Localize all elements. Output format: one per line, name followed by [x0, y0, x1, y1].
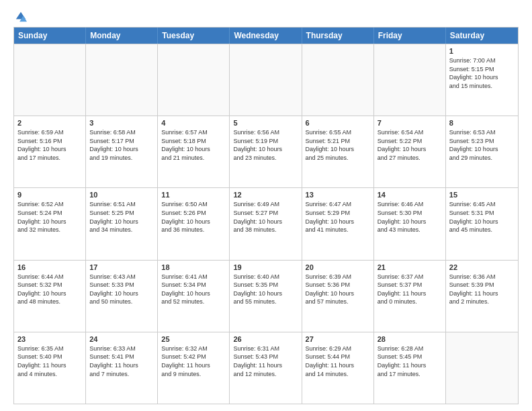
- cell-info: Sunrise: 6:29 AM Sunset: 5:44 PM Dayligh…: [306, 345, 370, 378]
- logo-icon: [15, 11, 27, 23]
- calendar-header: SundayMondayTuesdayWednesdayThursdayFrid…: [14, 28, 518, 44]
- cell-info: Sunrise: 6:41 AM Sunset: 5:34 PM Dayligh…: [161, 273, 226, 306]
- cell-day-number: 2: [17, 119, 82, 127]
- page: SundayMondayTuesdayWednesdayThursdayFrid…: [0, 0, 532, 411]
- cal-cell: 3Sunrise: 6:58 AM Sunset: 5:17 PM Daylig…: [86, 116, 158, 187]
- cell-info: Sunrise: 6:39 AM Sunset: 5:36 PM Dayligh…: [306, 273, 370, 306]
- cell-day-number: 26: [233, 335, 298, 343]
- cell-day-number: 11: [161, 191, 226, 199]
- calendar: SundayMondayTuesdayWednesdayThursdayFrid…: [13, 27, 519, 404]
- cell-info: Sunrise: 6:53 AM Sunset: 5:23 PM Dayligh…: [449, 128, 515, 162]
- cal-cell: 19Sunrise: 6:40 AM Sunset: 5:35 PM Dayli…: [230, 261, 302, 332]
- cell-day-number: 13: [306, 191, 370, 199]
- cell-info: Sunrise: 6:36 AM Sunset: 5:39 PM Dayligh…: [449, 273, 515, 306]
- cell-info: Sunrise: 6:58 AM Sunset: 5:17 PM Dayligh…: [89, 128, 154, 162]
- cell-info: Sunrise: 6:31 AM Sunset: 5:43 PM Dayligh…: [233, 345, 298, 378]
- header-day-friday: Friday: [374, 28, 446, 44]
- header-day-monday: Monday: [86, 28, 158, 44]
- cell-info: Sunrise: 6:47 AM Sunset: 5:29 PM Dayligh…: [306, 200, 370, 234]
- cal-cell: 22Sunrise: 6:36 AM Sunset: 5:39 PM Dayli…: [446, 261, 518, 332]
- header-day-tuesday: Tuesday: [158, 28, 230, 44]
- cell-day-number: 10: [89, 191, 154, 199]
- cal-cell: [374, 44, 446, 116]
- cell-info: Sunrise: 6:52 AM Sunset: 5:24 PM Dayligh…: [17, 200, 82, 234]
- cal-cell: 28Sunrise: 6:28 AM Sunset: 5:45 PM Dayli…: [374, 332, 446, 404]
- cell-info: Sunrise: 6:54 AM Sunset: 5:22 PM Dayligh…: [378, 128, 442, 162]
- cell-day-number: 23: [17, 335, 82, 343]
- logo: [13, 11, 27, 20]
- header-day-saturday: Saturday: [446, 28, 518, 44]
- cal-cell: 13Sunrise: 6:47 AM Sunset: 5:29 PM Dayli…: [302, 188, 374, 259]
- cal-cell: 21Sunrise: 6:37 AM Sunset: 5:37 PM Dayli…: [374, 261, 446, 332]
- cell-info: Sunrise: 6:49 AM Sunset: 5:27 PM Dayligh…: [233, 200, 298, 234]
- cal-cell: 4Sunrise: 6:57 AM Sunset: 5:18 PM Daylig…: [158, 116, 230, 187]
- cell-info: Sunrise: 6:51 AM Sunset: 5:25 PM Dayligh…: [89, 200, 154, 234]
- cal-cell: 24Sunrise: 6:33 AM Sunset: 5:41 PM Dayli…: [86, 332, 158, 404]
- cell-day-number: 24: [89, 335, 154, 343]
- cal-cell: 16Sunrise: 6:44 AM Sunset: 5:32 PM Dayli…: [14, 261, 86, 332]
- cell-info: Sunrise: 6:55 AM Sunset: 5:21 PM Dayligh…: [306, 128, 370, 162]
- cell-day-number: 21: [378, 263, 442, 271]
- cal-cell: [14, 44, 86, 116]
- header-day-thursday: Thursday: [302, 28, 374, 44]
- cell-day-number: 12: [233, 191, 298, 199]
- cell-day-number: 17: [89, 263, 154, 271]
- cell-day-number: 20: [306, 263, 370, 271]
- cell-day-number: 25: [161, 335, 226, 343]
- cell-day-number: 22: [449, 263, 515, 271]
- cell-day-number: 15: [449, 191, 515, 199]
- cell-info: Sunrise: 6:57 AM Sunset: 5:18 PM Dayligh…: [161, 128, 226, 162]
- cell-day-number: 7: [378, 119, 442, 127]
- cell-info: Sunrise: 6:33 AM Sunset: 5:41 PM Dayligh…: [89, 345, 154, 378]
- cal-cell: 26Sunrise: 6:31 AM Sunset: 5:43 PM Dayli…: [230, 332, 302, 404]
- header-day-wednesday: Wednesday: [230, 28, 302, 44]
- cal-cell: [446, 332, 518, 404]
- cell-day-number: 5: [233, 119, 298, 127]
- cell-day-number: 16: [17, 263, 82, 271]
- cal-cell: [86, 44, 158, 116]
- cal-cell: 15Sunrise: 6:45 AM Sunset: 5:31 PM Dayli…: [446, 188, 518, 259]
- cell-info: Sunrise: 6:50 AM Sunset: 5:26 PM Dayligh…: [161, 200, 226, 234]
- cell-day-number: 3: [89, 119, 154, 127]
- cal-cell: 12Sunrise: 6:49 AM Sunset: 5:27 PM Dayli…: [230, 188, 302, 259]
- cell-info: Sunrise: 6:45 AM Sunset: 5:31 PM Dayligh…: [449, 200, 515, 234]
- cal-cell: 5Sunrise: 6:56 AM Sunset: 5:19 PM Daylig…: [230, 116, 302, 187]
- cell-day-number: 6: [306, 119, 370, 127]
- cal-cell: 20Sunrise: 6:39 AM Sunset: 5:36 PM Dayli…: [302, 261, 374, 332]
- cell-info: Sunrise: 6:43 AM Sunset: 5:33 PM Dayligh…: [89, 273, 154, 306]
- cal-cell: 9Sunrise: 6:52 AM Sunset: 5:24 PM Daylig…: [14, 188, 86, 259]
- cal-cell: [158, 44, 230, 116]
- cell-day-number: 18: [161, 263, 226, 271]
- cell-info: Sunrise: 6:56 AM Sunset: 5:19 PM Dayligh…: [233, 128, 298, 162]
- header: [13, 11, 519, 20]
- cell-day-number: 28: [378, 335, 442, 343]
- header-day-sunday: Sunday: [14, 28, 86, 44]
- cell-info: Sunrise: 6:37 AM Sunset: 5:37 PM Dayligh…: [378, 273, 442, 306]
- cal-cell: [230, 44, 302, 116]
- cell-info: Sunrise: 6:32 AM Sunset: 5:42 PM Dayligh…: [161, 345, 226, 378]
- week-row-1: 1Sunrise: 7:00 AM Sunset: 5:15 PM Daylig…: [14, 44, 518, 116]
- cal-cell: 7Sunrise: 6:54 AM Sunset: 5:22 PM Daylig…: [374, 116, 446, 187]
- cell-day-number: 27: [306, 335, 370, 343]
- cell-day-number: 8: [449, 119, 515, 127]
- cell-info: Sunrise: 6:44 AM Sunset: 5:32 PM Dayligh…: [17, 273, 82, 306]
- week-row-2: 2Sunrise: 6:59 AM Sunset: 5:16 PM Daylig…: [14, 116, 518, 187]
- cell-info: Sunrise: 6:59 AM Sunset: 5:16 PM Dayligh…: [17, 128, 82, 162]
- cell-day-number: 14: [378, 191, 442, 199]
- week-row-4: 16Sunrise: 6:44 AM Sunset: 5:32 PM Dayli…: [14, 260, 518, 332]
- cell-day-number: 1: [449, 47, 515, 55]
- cell-info: Sunrise: 7:00 AM Sunset: 5:15 PM Dayligh…: [449, 56, 515, 90]
- cell-info: Sunrise: 6:28 AM Sunset: 5:45 PM Dayligh…: [378, 345, 442, 378]
- cal-cell: 23Sunrise: 6:35 AM Sunset: 5:40 PM Dayli…: [14, 332, 86, 404]
- cell-day-number: 4: [161, 119, 226, 127]
- cal-cell: 6Sunrise: 6:55 AM Sunset: 5:21 PM Daylig…: [302, 116, 374, 187]
- cal-cell: 1Sunrise: 7:00 AM Sunset: 5:15 PM Daylig…: [446, 44, 518, 116]
- cal-cell: 2Sunrise: 6:59 AM Sunset: 5:16 PM Daylig…: [14, 116, 86, 187]
- cal-cell: 8Sunrise: 6:53 AM Sunset: 5:23 PM Daylig…: [446, 116, 518, 187]
- calendar-body: 1Sunrise: 7:00 AM Sunset: 5:15 PM Daylig…: [14, 44, 518, 404]
- cal-cell: 27Sunrise: 6:29 AM Sunset: 5:44 PM Dayli…: [302, 332, 374, 404]
- cal-cell: 25Sunrise: 6:32 AM Sunset: 5:42 PM Dayli…: [158, 332, 230, 404]
- cell-info: Sunrise: 6:40 AM Sunset: 5:35 PM Dayligh…: [233, 273, 298, 306]
- cell-day-number: 9: [17, 191, 82, 199]
- cell-info: Sunrise: 6:46 AM Sunset: 5:30 PM Dayligh…: [378, 200, 442, 234]
